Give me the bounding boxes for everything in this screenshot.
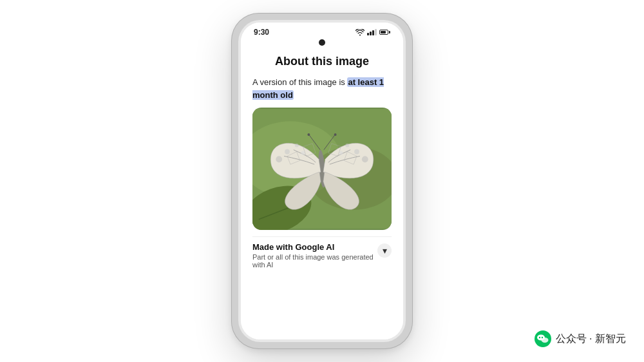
svg-point-12 (362, 156, 368, 162)
svg-point-6 (285, 149, 290, 155)
watermark: 公众号 · 新智元 (534, 330, 626, 348)
svg-point-11 (345, 144, 349, 148)
screen-title: About this image (252, 55, 392, 68)
ai-card-text: Made with Google AI Part or all of this … (252, 242, 377, 269)
status-time: 9:30 (254, 28, 269, 37)
phone-shell: 9:30 (232, 14, 412, 348)
watermark-label: 公众号 · 新智元 (556, 332, 626, 346)
svg-point-10 (354, 149, 359, 155)
phone-screen: 9:30 (241, 23, 403, 339)
status-icons (355, 29, 390, 36)
wifi-icon (355, 29, 365, 36)
svg-point-25 (538, 337, 540, 338)
phone-inner: 9:30 (238, 20, 406, 342)
svg-point-24 (541, 338, 548, 343)
chevron-down-icon: ▾ (383, 246, 387, 255)
screen-description: A version of this image is at least 1 mo… (252, 76, 392, 101)
svg-point-8 (276, 156, 282, 162)
screen-content: About this image A version of this image… (241, 48, 403, 339)
svg-point-19 (307, 133, 310, 136)
svg-point-9 (301, 151, 305, 155)
status-bar: 9:30 (241, 23, 403, 38)
signal-bars (367, 29, 377, 35)
description-text-before: A version of this image is (252, 77, 347, 87)
butterfly-image (252, 108, 392, 230)
svg-point-21 (334, 133, 337, 136)
ai-card-chevron-button[interactable]: ▾ (377, 243, 392, 258)
scene: 9:30 (0, 0, 644, 362)
butterfly-svg (252, 108, 392, 230)
ai-card[interactable]: Made with Google AI Part or all of this … (252, 236, 392, 271)
wechat-logo-icon (534, 330, 552, 348)
front-camera (319, 39, 325, 46)
svg-point-13 (339, 151, 343, 155)
camera-notch (241, 38, 403, 48)
svg-point-26 (541, 337, 542, 338)
ai-card-title: Made with Google AI (252, 242, 377, 252)
ai-card-subtitle: Part or all of this image was generated … (252, 253, 377, 269)
battery-icon (379, 30, 390, 35)
svg-point-7 (295, 144, 299, 148)
